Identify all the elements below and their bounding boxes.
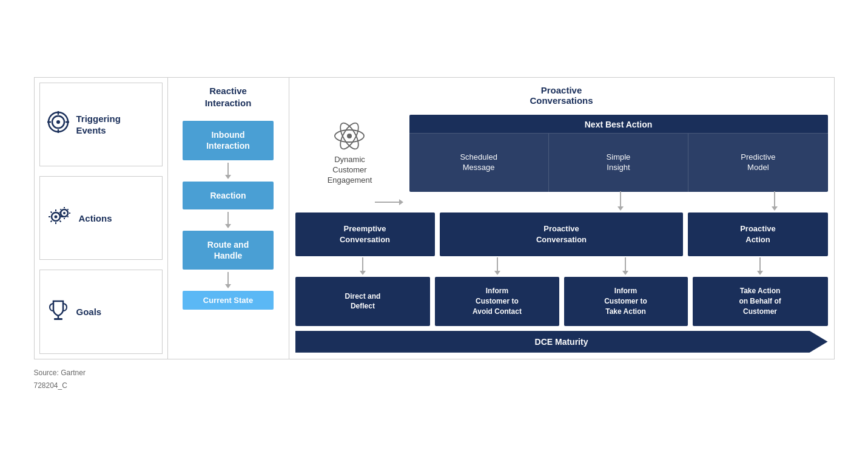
goals-label: Goals [76, 306, 102, 318]
trophy-icon [46, 298, 70, 327]
svg-line-26 [67, 209, 68, 210]
reactive-header: Reactive Interaction [202, 78, 255, 118]
svg-point-8 [54, 216, 57, 219]
reactive-section: Reactive Interaction Inbound Interaction… [168, 78, 289, 358]
svg-line-16 [59, 221, 61, 222]
footer: Source: Gartner 728204_C [34, 367, 835, 393]
direct-deflect-box: Direct and Deflect [295, 277, 431, 325]
sidebar-item-goals: Goals [39, 270, 163, 353]
preemptive-conversation-box: Preemptive Conversation [295, 212, 435, 256]
triggering-events-label: Triggering Events [76, 113, 121, 137]
sidebar-item-triggering-events: Triggering Events [39, 83, 163, 166]
v-arrow-direct [360, 257, 366, 275]
v-arrow-proactive-action [772, 191, 778, 211]
arrow-reaction-route [225, 212, 231, 228]
arrows-row-2 [295, 258, 828, 275]
svg-line-25 [60, 217, 61, 217]
dce-box: Dynamic Customer Engagement [295, 115, 405, 192]
left-sidebar: Triggering Events [35, 78, 168, 358]
v-arrow-take-action [757, 257, 763, 275]
target-icon [46, 110, 70, 139]
maturity-row: DCE Maturity [295, 331, 828, 353]
proactive-conversation-box: Proactive Conversation [440, 212, 684, 256]
diagram-wrapper: Triggering Events [34, 77, 835, 359]
arrows-row-1 [295, 194, 828, 211]
svg-line-15 [50, 212, 52, 213]
svg-point-10 [63, 212, 66, 214]
proactive-grid: Dynamic Customer Engagement Next Best Ac… [295, 115, 828, 352]
dce-maturity-arrow: DCE Maturity [295, 331, 828, 353]
v-arrow-inform-action [622, 257, 628, 275]
reactive-boxes: Inbound Interaction Reaction Route and H… [174, 118, 283, 352]
nba-predictive-model: Predictive Model [688, 134, 827, 192]
inbound-interaction-box: Inbound Interaction [183, 121, 274, 160]
svg-line-24 [67, 217, 68, 217]
inform-action-box: Inform Customer to Take Action [564, 277, 688, 325]
nba-items: Scheduled Message Simple Insight Predict… [409, 134, 828, 192]
arrow-route-current [225, 272, 231, 288]
current-state-box: Current State [183, 291, 274, 310]
nba-scheduled-message: Scheduled Message [409, 134, 549, 192]
arrow-cell-preemptive [295, 194, 409, 211]
dce-label: Dynamic Customer Engagement [328, 155, 372, 186]
h-arrow-preemptive [375, 199, 403, 205]
nba-container: Next Best Action Scheduled Message Simpl… [409, 115, 828, 192]
svg-line-17 [50, 221, 52, 222]
page-container: Triggering Events [16, 65, 853, 411]
source-label: Source: Gartner [34, 367, 835, 380]
reaction-box: Reaction [183, 182, 274, 209]
nba-title: Next Best Action [409, 115, 828, 134]
inform-avoid-box: Inform Customer to Avoid Contact [435, 277, 559, 325]
mid-row: Preemptive Conversation Proactive Conver… [295, 212, 828, 256]
proactive-action-box: Proactive Action [688, 212, 827, 256]
proactive-header: Proactive Conversations [295, 78, 828, 115]
svg-line-18 [59, 212, 61, 213]
svg-point-2 [56, 120, 60, 124]
take-action-box: Take Action on Behalf of Customer [693, 277, 828, 325]
svg-line-23 [60, 209, 61, 210]
svg-point-32 [347, 134, 352, 138]
gears-icon [46, 203, 73, 233]
svg-rect-28 [54, 318, 62, 320]
proactive-section: Proactive Conversations Dynamic Cust [289, 78, 834, 358]
arrow-inbound-reaction [225, 163, 231, 179]
bot-row: Direct and Deflect Inform Customer to Av… [295, 277, 828, 325]
route-handle-box: Route and Handle [183, 231, 274, 270]
sidebar-item-actions: Actions [39, 176, 163, 260]
v-arrow-proactive-conv [617, 191, 624, 211]
v-arrow-inform-avoid [494, 257, 500, 275]
nba-simple-insight: Simple Insight [549, 134, 688, 192]
top-row: Dynamic Customer Engagement Next Best Ac… [295, 115, 828, 192]
dce-icon [333, 121, 366, 151]
actions-label: Actions [79, 212, 112, 225]
code-label: 728204_C [34, 379, 835, 393]
